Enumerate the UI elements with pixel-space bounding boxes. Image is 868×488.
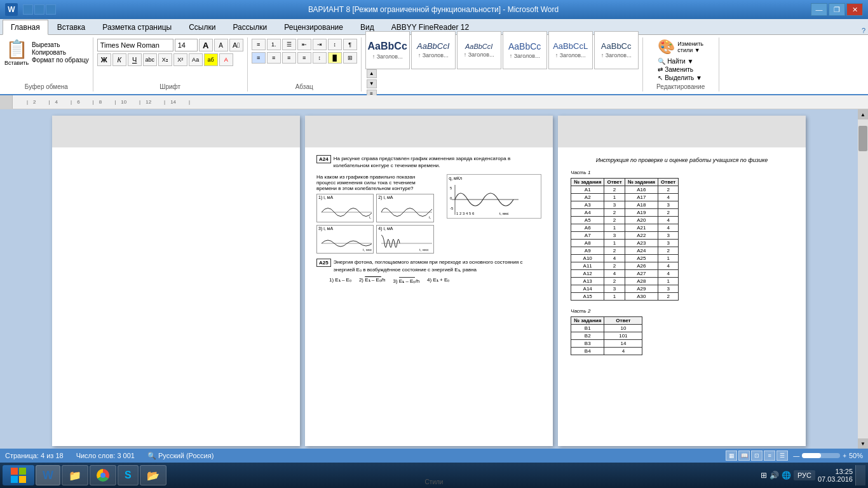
style-heading5[interactable]: AaBbCcL ↑ Заголов... xyxy=(548,31,593,69)
show-desktop-button[interactable] xyxy=(855,465,865,485)
taskbar-explorer[interactable]: 📁 xyxy=(62,465,88,485)
table-row: А104А251 xyxy=(571,255,679,262)
tab-layout[interactable]: Разметка страницы xyxy=(94,20,180,34)
multilevel-button[interactable]: ☰ xyxy=(282,39,296,50)
font-name-input[interactable] xyxy=(97,39,173,51)
styles-scroll-down[interactable]: ▼ xyxy=(367,79,377,88)
linespacing-button[interactable]: ↕ xyxy=(313,52,327,64)
ribbon-group-font: A A A⃝ Ж К Ч аbc X₂ X² Аа аб А Шрифт xyxy=(93,37,248,92)
tab-mailings[interactable]: Рассылки xyxy=(224,20,275,34)
subscript-button[interactable]: X₂ xyxy=(158,53,172,66)
ruler-left-margin xyxy=(0,95,13,109)
align-left-button[interactable]: ≡ xyxy=(252,52,266,64)
close-button[interactable]: ✕ xyxy=(846,3,863,16)
align-right-button[interactable]: ≡ xyxy=(282,52,296,64)
numbering-button[interactable]: 1. xyxy=(267,39,281,50)
scrollbar-track[interactable] xyxy=(858,119,868,438)
language-indicator: 🔍 Русский (Россия) xyxy=(147,452,214,460)
page-container[interactable]: А24 На рисунке справа представлен график… xyxy=(0,109,858,449)
highlight-button[interactable]: аб xyxy=(204,53,218,66)
maximize-button[interactable]: ❐ xyxy=(829,3,845,16)
indent-increase-button[interactable]: ⇥ xyxy=(313,39,327,50)
vertical-scrollbar[interactable]: ▲ ▼ xyxy=(858,109,868,449)
table-row: А112А264 xyxy=(571,262,679,270)
paste-button[interactable]: 📋 Вставить xyxy=(4,39,29,66)
ribbon-help-icon[interactable]: ? xyxy=(862,27,865,34)
find-button[interactable]: 🔍 Найти ▼ xyxy=(658,58,702,65)
taskbar-word[interactable]: W xyxy=(36,465,60,485)
styles-scroll-up[interactable]: ▲ xyxy=(367,69,377,78)
tab-insert[interactable]: Вставка xyxy=(49,20,94,34)
indent-decrease-button[interactable]: ⇤ xyxy=(297,39,311,50)
sort-button[interactable]: ↕ xyxy=(328,39,342,50)
chrome-taskbar-icon xyxy=(97,469,109,482)
style-heading2[interactable]: AaBbCcI ↑ Заголов... xyxy=(411,31,456,69)
justify-button[interactable]: ≡ xyxy=(297,52,311,64)
underline-button[interactable]: Ч xyxy=(128,53,142,66)
minimize-button[interactable]: — xyxy=(811,3,827,16)
q25-label: А25 xyxy=(316,259,331,267)
start-button[interactable] xyxy=(3,465,34,485)
title-bar-left: W xyxy=(5,3,56,16)
view-draft-button[interactable]: ☰ xyxy=(776,451,788,461)
zoom-slider[interactable] xyxy=(802,453,840,458)
taskbar-skype[interactable]: S xyxy=(118,465,139,485)
table-row: А33А183 xyxy=(571,201,679,209)
taskbar-files[interactable]: 📂 xyxy=(140,465,166,485)
taskbar-chrome[interactable] xyxy=(90,465,116,485)
svg-rect-15 xyxy=(11,468,18,475)
italic-button[interactable]: К xyxy=(112,53,126,66)
font-label: Шрифт xyxy=(159,83,180,90)
svg-text:t, мкс: t, мкс xyxy=(499,212,509,215)
superscript-button[interactable]: X² xyxy=(173,53,187,66)
tab-home[interactable]: Главная xyxy=(3,20,48,35)
style-heading3[interactable]: AaBbCcI ↑ Заголов... xyxy=(457,31,501,69)
style-heading4[interactable]: AaBbCс ↑ Заголов... xyxy=(503,31,547,69)
format-painter-button[interactable]: Формат по образцу xyxy=(32,57,89,64)
scrollbar-thumb[interactable] xyxy=(858,126,867,151)
fontcolor-button[interactable]: А xyxy=(219,53,233,66)
font-size-input[interactable] xyxy=(175,39,198,51)
view-normal-button[interactable]: ▦ xyxy=(726,451,737,461)
shading-button[interactable]: █ xyxy=(328,52,342,64)
bullets-button[interactable]: ≡ xyxy=(252,39,266,50)
table-row: В2101 xyxy=(571,332,642,340)
style-heading6[interactable]: AaBbCс ↑ Заголов... xyxy=(594,31,639,69)
view-web-button[interactable]: ⊡ xyxy=(751,451,763,461)
shrink-font-button[interactable]: A xyxy=(214,39,228,51)
q24-text: На рисунке справа представлен график изм… xyxy=(334,155,541,169)
scroll-up-button[interactable]: ▲ xyxy=(858,109,868,119)
replace-button[interactable]: ⇄ Заменить xyxy=(658,66,702,73)
show-all-button[interactable]: ¶ xyxy=(343,39,357,50)
view-outline-button[interactable]: ≡ xyxy=(764,451,775,461)
tab-references[interactable]: Ссылки xyxy=(180,20,224,34)
page-3: Инструкция по проверке и оценке работы у… xyxy=(558,116,806,446)
table-row: А143А293 xyxy=(571,285,679,293)
page1-content xyxy=(52,147,300,166)
view-reading-button[interactable]: 📖 xyxy=(738,451,750,461)
grow-font-button[interactable]: A xyxy=(199,39,213,51)
change-styles-button[interactable]: 🎨 Изменитьстили ▼ xyxy=(658,39,703,55)
graph-option-4: 4) i, мА t, мкс xyxy=(376,225,433,254)
bold-button[interactable]: Ж xyxy=(97,53,111,66)
main-graph-svg: 5 0 -5 t, мкс 1 2 3 4 5 6 xyxy=(449,182,539,217)
quick-save-icon[interactable] xyxy=(23,4,33,15)
graph-option-1: 1) i, мА t, мкс xyxy=(316,194,374,222)
cut-button[interactable]: Вырезать xyxy=(32,41,89,48)
language-tray[interactable]: РУС xyxy=(794,470,815,480)
align-center-button[interactable]: ≡ xyxy=(267,52,281,64)
copy-button[interactable]: Копировать xyxy=(32,49,89,56)
quick-redo-icon[interactable] xyxy=(46,4,56,15)
scroll-down-button[interactable]: ▼ xyxy=(858,438,868,449)
select-button[interactable]: ↖ Выделить ▼ xyxy=(658,74,702,81)
graph-option-2: 2) i, мА t, мкс xyxy=(376,194,433,222)
quick-undo-icon[interactable] xyxy=(34,4,44,15)
strikethrough-button[interactable]: аbc xyxy=(143,53,157,66)
editing-label: Редактирование xyxy=(656,83,705,90)
style-heading1[interactable]: AaBbCс ↑ Заголов... xyxy=(365,31,410,69)
textcase-button[interactable]: Аа xyxy=(189,53,203,66)
tab-review[interactable]: Рецензирование xyxy=(276,20,351,34)
clear-format-button[interactable]: A⃝ xyxy=(229,39,243,51)
borders-button[interactable]: ⊞ xyxy=(343,52,357,64)
graph-1-svg: t, мкс xyxy=(318,201,372,223)
